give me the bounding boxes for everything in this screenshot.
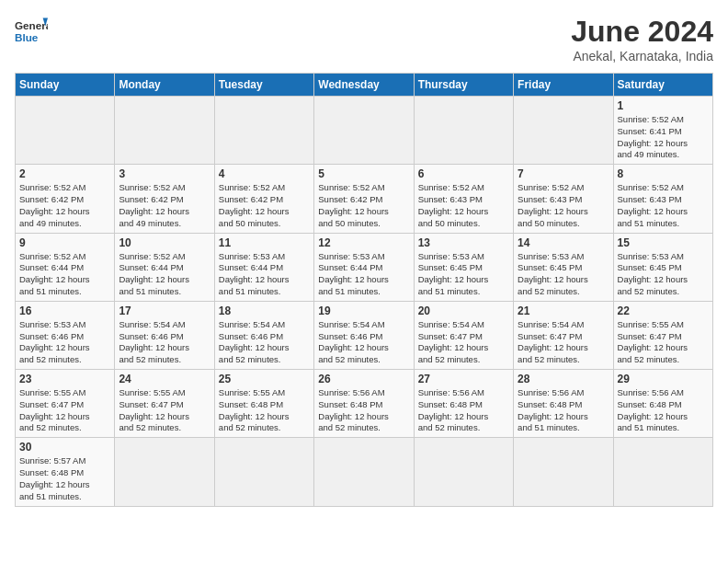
calendar-week-row: 23Sunrise: 5:55 AM Sunset: 6:47 PM Dayli… <box>16 370 713 438</box>
calendar-day-cell: 14Sunrise: 5:53 AM Sunset: 6:45 PM Dayli… <box>514 233 613 301</box>
day-number: 24 <box>119 373 210 385</box>
day-number: 22 <box>618 304 709 317</box>
calendar-day-cell <box>514 97 613 165</box>
day-info: Sunrise: 5:53 AM Sunset: 6:44 PM Dayligh… <box>318 251 409 298</box>
calendar-day-cell: 4Sunrise: 5:52 AM Sunset: 6:42 PM Daylig… <box>214 165 313 233</box>
calendar-day-cell: 1Sunrise: 5:52 AM Sunset: 6:41 PM Daylig… <box>613 97 712 165</box>
calendar-day-cell: 28Sunrise: 5:56 AM Sunset: 6:48 PM Dayli… <box>514 370 613 438</box>
calendar-day-cell: 21Sunrise: 5:54 AM Sunset: 6:47 PM Dayli… <box>514 301 613 369</box>
svg-text:General: General <box>15 19 48 31</box>
day-info: Sunrise: 5:52 AM Sunset: 6:42 PM Dayligh… <box>19 182 110 229</box>
calendar-day-cell: 17Sunrise: 5:54 AM Sunset: 6:46 PM Dayli… <box>115 301 214 369</box>
day-info: Sunrise: 5:52 AM Sunset: 6:43 PM Dayligh… <box>418 182 509 229</box>
calendar-week-row: 30Sunrise: 5:57 AM Sunset: 6:48 PM Dayli… <box>16 438 713 506</box>
generalblue-logo-icon: General Blue <box>15 15 48 48</box>
calendar-day-cell: 12Sunrise: 5:53 AM Sunset: 6:44 PM Dayli… <box>314 233 414 301</box>
calendar-header-row: SundayMondayTuesdayWednesdayThursdayFrid… <box>16 74 713 97</box>
day-number: 20 <box>418 304 509 317</box>
calendar-day-cell <box>214 97 313 165</box>
day-number: 1 <box>618 99 709 112</box>
calendar-day-cell <box>115 97 214 165</box>
column-header-thursday: Thursday <box>414 74 513 97</box>
day-info: Sunrise: 5:54 AM Sunset: 6:47 PM Dayligh… <box>418 319 509 366</box>
calendar-day-cell: 11Sunrise: 5:53 AM Sunset: 6:44 PM Dayli… <box>214 233 313 301</box>
calendar-day-cell: 20Sunrise: 5:54 AM Sunset: 6:47 PM Dayli… <box>414 301 513 369</box>
day-info: Sunrise: 5:52 AM Sunset: 6:43 PM Dayligh… <box>518 182 609 229</box>
day-info: Sunrise: 5:54 AM Sunset: 6:46 PM Dayligh… <box>119 319 210 366</box>
day-number: 19 <box>318 304 409 317</box>
location: Anekal, Karnataka, India <box>571 49 713 63</box>
calendar-day-cell: 23Sunrise: 5:55 AM Sunset: 6:47 PM Dayli… <box>16 370 115 438</box>
day-info: Sunrise: 5:55 AM Sunset: 6:48 PM Dayligh… <box>219 387 310 434</box>
calendar-day-cell: 3Sunrise: 5:52 AM Sunset: 6:42 PM Daylig… <box>115 165 214 233</box>
day-info: Sunrise: 5:56 AM Sunset: 6:48 PM Dayligh… <box>418 387 509 434</box>
calendar-day-cell: 13Sunrise: 5:53 AM Sunset: 6:45 PM Dayli… <box>414 233 513 301</box>
calendar-day-cell <box>613 438 712 506</box>
day-number: 7 <box>518 167 609 180</box>
day-info: Sunrise: 5:53 AM Sunset: 6:45 PM Dayligh… <box>518 251 609 298</box>
day-info: Sunrise: 5:54 AM Sunset: 6:46 PM Dayligh… <box>318 319 409 366</box>
day-number: 18 <box>219 304 310 317</box>
calendar-day-cell: 19Sunrise: 5:54 AM Sunset: 6:46 PM Dayli… <box>314 301 414 369</box>
day-number: 28 <box>518 373 609 385</box>
calendar-day-cell: 6Sunrise: 5:52 AM Sunset: 6:43 PM Daylig… <box>414 165 513 233</box>
calendar-day-cell: 29Sunrise: 5:56 AM Sunset: 6:48 PM Dayli… <box>613 370 712 438</box>
day-number: 2 <box>19 167 110 180</box>
column-header-monday: Monday <box>115 74 214 97</box>
day-info: Sunrise: 5:55 AM Sunset: 6:47 PM Dayligh… <box>119 387 210 434</box>
calendar-day-cell: 10Sunrise: 5:52 AM Sunset: 6:44 PM Dayli… <box>115 233 214 301</box>
day-info: Sunrise: 5:52 AM Sunset: 6:41 PM Dayligh… <box>618 114 709 161</box>
calendar-day-cell: 5Sunrise: 5:52 AM Sunset: 6:42 PM Daylig… <box>314 165 414 233</box>
calendar-day-cell: 7Sunrise: 5:52 AM Sunset: 6:43 PM Daylig… <box>514 165 613 233</box>
day-info: Sunrise: 5:54 AM Sunset: 6:47 PM Dayligh… <box>518 319 609 366</box>
calendar-day-cell: 27Sunrise: 5:56 AM Sunset: 6:48 PM Dayli… <box>414 370 513 438</box>
day-info: Sunrise: 5:52 AM Sunset: 6:44 PM Dayligh… <box>19 251 110 298</box>
calendar-day-cell <box>414 97 513 165</box>
day-info: Sunrise: 5:56 AM Sunset: 6:48 PM Dayligh… <box>618 387 709 434</box>
calendar-day-cell: 26Sunrise: 5:56 AM Sunset: 6:48 PM Dayli… <box>314 370 414 438</box>
day-number: 23 <box>19 373 110 385</box>
day-info: Sunrise: 5:55 AM Sunset: 6:47 PM Dayligh… <box>618 319 709 366</box>
day-info: Sunrise: 5:56 AM Sunset: 6:48 PM Dayligh… <box>518 387 609 434</box>
calendar-day-cell <box>16 97 115 165</box>
day-number: 3 <box>119 167 210 180</box>
day-info: Sunrise: 5:55 AM Sunset: 6:47 PM Dayligh… <box>19 387 110 434</box>
month-title: June 2024 <box>571 15 713 49</box>
day-number: 4 <box>219 167 310 180</box>
calendar-day-cell: 30Sunrise: 5:57 AM Sunset: 6:48 PM Dayli… <box>16 438 115 506</box>
calendar-day-cell: 22Sunrise: 5:55 AM Sunset: 6:47 PM Dayli… <box>613 301 712 369</box>
day-number: 6 <box>418 167 509 180</box>
calendar-day-cell <box>115 438 214 506</box>
column-header-wednesday: Wednesday <box>314 74 414 97</box>
day-number: 30 <box>19 441 110 454</box>
calendar-day-cell: 8Sunrise: 5:52 AM Sunset: 6:43 PM Daylig… <box>613 165 712 233</box>
calendar-day-cell: 16Sunrise: 5:53 AM Sunset: 6:46 PM Dayli… <box>16 301 115 369</box>
calendar-day-cell <box>214 438 313 506</box>
day-number: 11 <box>219 236 310 249</box>
day-number: 25 <box>219 373 310 385</box>
day-info: Sunrise: 5:52 AM Sunset: 6:43 PM Dayligh… <box>618 182 709 229</box>
calendar-week-row: 9Sunrise: 5:52 AM Sunset: 6:44 PM Daylig… <box>16 233 713 301</box>
calendar-day-cell: 2Sunrise: 5:52 AM Sunset: 6:42 PM Daylig… <box>16 165 115 233</box>
day-number: 16 <box>19 304 110 317</box>
day-info: Sunrise: 5:56 AM Sunset: 6:48 PM Dayligh… <box>318 387 409 434</box>
day-number: 13 <box>418 236 509 249</box>
column-header-tuesday: Tuesday <box>214 74 313 97</box>
day-info: Sunrise: 5:53 AM Sunset: 6:45 PM Dayligh… <box>418 251 509 298</box>
day-number: 9 <box>19 236 110 249</box>
calendar-table: SundayMondayTuesdayWednesdayThursdayFrid… <box>15 73 713 507</box>
day-info: Sunrise: 5:52 AM Sunset: 6:42 PM Dayligh… <box>318 182 409 229</box>
calendar-day-cell: 15Sunrise: 5:53 AM Sunset: 6:45 PM Dayli… <box>613 233 712 301</box>
day-number: 10 <box>119 236 210 249</box>
calendar-day-cell: 9Sunrise: 5:52 AM Sunset: 6:44 PM Daylig… <box>16 233 115 301</box>
calendar-day-cell <box>414 438 513 506</box>
calendar-day-cell <box>314 438 414 506</box>
day-number: 17 <box>119 304 210 317</box>
page-header: General Blue June 2024 Anekal, Karnataka… <box>15 15 713 63</box>
day-info: Sunrise: 5:52 AM Sunset: 6:42 PM Dayligh… <box>219 182 310 229</box>
calendar-week-row: 1Sunrise: 5:52 AM Sunset: 6:41 PM Daylig… <box>16 97 713 165</box>
calendar-day-cell: 25Sunrise: 5:55 AM Sunset: 6:48 PM Dayli… <box>214 370 313 438</box>
column-header-saturday: Saturday <box>613 74 712 97</box>
calendar-day-cell <box>314 97 414 165</box>
day-number: 5 <box>318 167 409 180</box>
